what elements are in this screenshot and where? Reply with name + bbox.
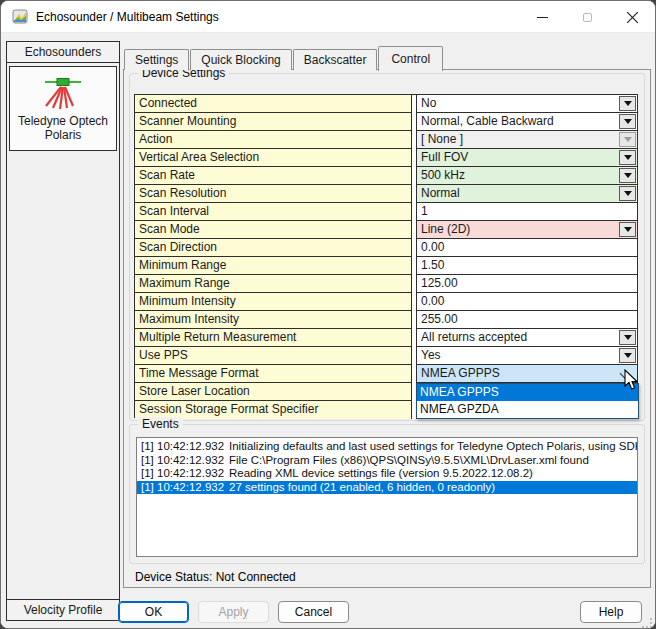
- setting-label-store-laser-location: Store Laser Location: [135, 383, 412, 401]
- setting-value-scan-interval[interactable]: 1: [416, 203, 637, 221]
- scan-resolution-dropdown-button[interactable]: [619, 186, 636, 201]
- event-row[interactable]: [1] 10:42:12.932Initializing defaults an…: [137, 440, 637, 454]
- setting-value-maximum-intensity[interactable]: 255.00: [416, 311, 637, 329]
- events-list[interactable]: [1] 10:42:12.932Initializing defaults an…: [136, 437, 638, 557]
- multiple-return-measurement-dropdown-button[interactable]: [619, 330, 636, 345]
- event-timestamp: [1] 10:42:12.932: [141, 454, 229, 468]
- setting-value-scanner-mounting[interactable]: Normal, Cable Backward: [416, 113, 637, 131]
- setting-value-vertical-area-selection[interactable]: Full FOV: [416, 149, 637, 167]
- scanner-mounting-dropdown-button[interactable]: [619, 114, 636, 129]
- close-button[interactable]: [610, 1, 655, 33]
- setting-value-text: 1: [421, 204, 428, 218]
- event-row[interactable]: [1] 10:42:12.932Reading XML device setti…: [137, 467, 637, 481]
- event-timestamp: [1] 10:42:12.932: [141, 467, 229, 481]
- device-settings-table: ConnectedNoScanner MountingNormal, Cable…: [134, 94, 638, 418]
- setting-value-text: Line (2D): [421, 222, 470, 236]
- close-icon: [627, 12, 638, 23]
- setting-label-connected: Connected: [135, 95, 412, 113]
- event-row[interactable]: [1] 10:42:12.93227 settings found (21 en…: [137, 481, 637, 495]
- sidebar-item-velocity-profile[interactable]: Velocity Profile: [6, 599, 120, 621]
- tab-control[interactable]: Control: [378, 46, 443, 71]
- setting-label-action: Action: [135, 131, 412, 149]
- event-message: Initializing defaults and last used sett…: [229, 440, 638, 452]
- device-settings-groupbox: Device Settings ConnectedNoScanner Mount…: [129, 73, 645, 421]
- apply-button[interactable]: Apply: [198, 601, 269, 623]
- setting-value-text: 500 kHz: [421, 168, 465, 182]
- tab-quick-blocking[interactable]: Quick Blocking: [190, 49, 291, 70]
- tab-backscatter[interactable]: Backscatter: [293, 49, 378, 70]
- setting-value-text: 1.50: [421, 258, 444, 272]
- tab-settings[interactable]: Settings: [124, 49, 189, 70]
- setting-value-text: Normal: [421, 186, 460, 200]
- setting-value-time-message-format[interactable]: NMEA GPPPS: [416, 365, 637, 383]
- control-tab-page: Device Settings ConnectedNoScanner Mount…: [123, 69, 651, 588]
- scan-mode-dropdown-button[interactable]: [619, 222, 636, 237]
- dropdown-arrow-icon: [624, 173, 632, 178]
- setting-label-time-message-format: Time Message Format: [135, 365, 412, 383]
- dropdown-option-nmea-gppps[interactable]: NMEA GPPPS: [417, 384, 638, 401]
- app-icon: [12, 9, 28, 25]
- setting-label-scan-rate: Scan Rate: [135, 167, 412, 185]
- dropdown-arrow-icon: [624, 191, 632, 196]
- setting-value-text: All returns accepted: [421, 330, 527, 344]
- dropdown-arrow-icon: [624, 155, 632, 160]
- setting-label-scan-resolution: Scan Resolution: [135, 185, 412, 203]
- sidebar-header-echosounders[interactable]: Echosounders: [7, 42, 119, 63]
- help-button[interactable]: Help: [580, 601, 642, 623]
- setting-value-text: 255.00: [421, 312, 458, 326]
- maximize-button[interactable]: [565, 1, 610, 33]
- setting-label-scanner-mounting: Scanner Mounting: [135, 113, 412, 131]
- setting-label-minimum-intensity: Minimum Intensity: [135, 293, 412, 311]
- setting-label-minimum-range: Minimum Range: [135, 257, 412, 275]
- setting-value-text: [ None ]: [421, 132, 463, 146]
- event-timestamp: [1] 10:42:12.932: [141, 440, 229, 454]
- setting-label-vertical-area-selection: Vertical Area Selection: [135, 149, 412, 167]
- minimize-icon: [537, 12, 548, 23]
- setting-value-minimum-range[interactable]: 1.50: [416, 257, 637, 275]
- setting-value-scan-resolution[interactable]: Normal: [416, 185, 637, 203]
- tab-strip: SettingsQuick BlockingBackscatterControl: [124, 45, 444, 70]
- setting-value-text: 125.00: [421, 276, 458, 290]
- setting-value-multiple-return-measurement[interactable]: All returns accepted: [416, 329, 637, 347]
- setting-value-minimum-intensity[interactable]: 0.00: [416, 293, 637, 311]
- sidebar-panel: Echosounders Teledyne Optech Polaris: [6, 41, 120, 621]
- setting-value-text: 0.00: [421, 294, 444, 308]
- dropdown-arrow-icon: [624, 335, 632, 340]
- setting-value-scan-direction[interactable]: 0.00: [416, 239, 637, 257]
- dropdown-arrow-icon: [624, 101, 632, 106]
- scan-rate-dropdown-button[interactable]: [619, 168, 636, 183]
- title-bar[interactable]: Echosounder / Multibeam Settings: [1, 1, 655, 33]
- dropdown-arrow-icon: [624, 353, 632, 358]
- event-message: Reading XML device settings file (versio…: [229, 467, 533, 479]
- resize-grip[interactable]: [642, 618, 652, 628]
- dropdown-option-nmea-gpzda[interactable]: NMEA GPZDA: [417, 401, 638, 418]
- setting-value-text: Yes: [421, 348, 441, 362]
- window-title: Echosounder / Multibeam Settings: [36, 10, 219, 24]
- device-item-teledyne-optech-polaris[interactable]: Teledyne Optech Polaris: [9, 66, 117, 151]
- event-row[interactable]: [1] 10:42:12.932File C:\Program Files (x…: [137, 454, 637, 468]
- cancel-button[interactable]: Cancel: [278, 601, 349, 623]
- setting-value-scan-mode[interactable]: Line (2D): [416, 221, 637, 239]
- connected-dropdown-button[interactable]: [619, 96, 636, 111]
- setting-label-scan-direction: Scan Direction: [135, 239, 412, 257]
- setting-label-maximum-range: Maximum Range: [135, 275, 412, 293]
- minimize-button[interactable]: [520, 1, 565, 33]
- setting-value-maximum-range[interactable]: 125.00: [416, 275, 637, 293]
- events-groupbox: Events [1] 10:42:12.932Initializing defa…: [129, 424, 645, 564]
- setting-value-use-pps[interactable]: Yes: [416, 347, 637, 365]
- setting-value-action[interactable]: [ None ]: [416, 131, 637, 149]
- vertical-area-selection-dropdown-button[interactable]: [619, 150, 636, 165]
- setting-value-text: 0.00: [421, 240, 444, 254]
- setting-label-scan-mode: Scan Mode: [135, 221, 412, 239]
- time-message-format-dropdown-list: NMEA GPPPSNMEA GPZDA: [416, 383, 639, 419]
- dropdown-arrow-icon: [624, 137, 632, 142]
- events-legend: Events: [138, 417, 183, 431]
- setting-label-use-pps: Use PPS: [135, 347, 412, 365]
- setting-value-connected[interactable]: No: [416, 95, 637, 113]
- dropdown-arrow-icon: [624, 227, 632, 232]
- setting-value-scan-rate[interactable]: 500 kHz: [416, 167, 637, 185]
- use-pps-dropdown-button[interactable]: [619, 348, 636, 363]
- setting-value-text: Normal, Cable Backward: [421, 114, 554, 128]
- ok-button[interactable]: OK: [118, 601, 189, 623]
- setting-label-scan-interval: Scan Interval: [135, 203, 412, 221]
